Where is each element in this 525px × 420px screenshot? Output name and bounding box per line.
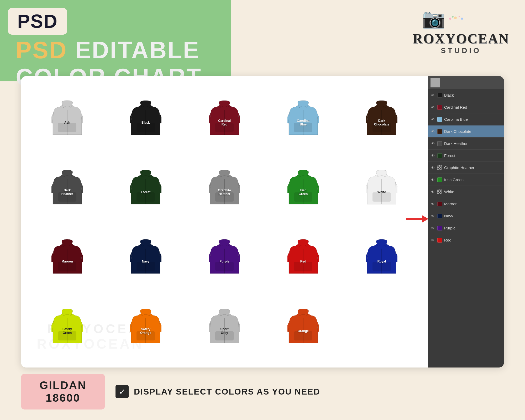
svg-text:Purple: Purple [219, 260, 229, 263]
svg-point-4 [461, 18, 463, 20]
svg-text:Forest: Forest [141, 190, 151, 194]
layers-list: 👁 Black 👁 Cardinal Red 👁 Carolina Blue 👁… [428, 89, 504, 246]
eye-icon[interactable]: 👁 [430, 154, 435, 158]
logo-studio-text: STUDIO [441, 46, 481, 55]
layer-name: Black [444, 93, 501, 97]
camera-icon: 📷 [422, 8, 445, 29]
layer-row[interactable]: 👁 Carolina Blue [428, 113, 504, 125]
logo-area: 📷 ROXYOCEAN STUDIO [413, 8, 509, 55]
eye-icon[interactable]: 👁 [430, 202, 435, 206]
arrow-line [406, 218, 422, 220]
eye-icon[interactable]: 👁 [430, 214, 435, 218]
svg-text:Maroon: Maroon [61, 260, 73, 263]
layer-row[interactable]: 👁 Maroon [428, 198, 504, 210]
layer-name: Red [444, 238, 501, 242]
main-card: ROXYOCEAN ROXYOCEANAshBlackCardinalRedCa… [21, 76, 504, 368]
layer-name: Forest [444, 153, 501, 158]
svg-text:GraphiteHeather: GraphiteHeather [218, 188, 231, 196]
layer-color-swatch [437, 165, 442, 170]
layer-row[interactable]: 👁 Cardinal Red [428, 101, 504, 113]
list-item: CardinalRed [186, 84, 263, 151]
flower-decoration [448, 15, 500, 23]
svg-text:SportGrey: SportGrey [220, 327, 228, 335]
layer-row[interactable]: 👁 Dark Chocolate [428, 125, 504, 138]
svg-text:White: White [377, 190, 386, 194]
svg-text:Orange: Orange [298, 329, 309, 333]
arrow-head [422, 215, 428, 223]
layer-color-swatch [437, 238, 442, 243]
layer-row[interactable]: 👁 Graphite Heather [428, 162, 504, 174]
arrow-container [406, 215, 428, 223]
svg-text:SafetyGreen: SafetyGreen [62, 327, 72, 335]
layer-row[interactable]: 👁 Forest [428, 150, 504, 162]
layer-name: Purple [444, 226, 501, 230]
list-item: CarolinaBlue [265, 84, 342, 151]
panel-top-checker [430, 78, 440, 87]
layer-color-swatch [437, 226, 442, 230]
eye-icon[interactable]: 👁 [430, 129, 435, 134]
layer-row[interactable]: 👁 Red [428, 234, 504, 246]
layer-name: Carolina Blue [444, 117, 501, 122]
psd-badge-text: PSD [17, 11, 58, 32]
layer-row[interactable]: 👁 Irish Green [428, 174, 504, 186]
psd-badge: PSD [8, 8, 67, 35]
list-item: Forest [108, 154, 184, 221]
svg-text:Navy: Navy [142, 260, 150, 263]
list-item: White [343, 154, 420, 221]
svg-text:Royal: Royal [377, 260, 386, 263]
layer-name: Cardinal Red [444, 105, 501, 109]
svg-text:Ash: Ash [64, 121, 70, 124]
svg-point-3 [459, 16, 460, 17]
list-item: DarkChocolate [343, 84, 420, 151]
svg-point-1 [452, 16, 454, 18]
layer-color-swatch [437, 129, 442, 134]
eye-icon[interactable]: 👁 [430, 178, 435, 182]
svg-text:SafetyOrange: SafetyOrange [140, 327, 151, 335]
layer-color-swatch [437, 190, 442, 194]
svg-text:Black: Black [141, 121, 150, 124]
layer-color-swatch [437, 93, 442, 98]
eye-icon[interactable]: 👁 [430, 226, 435, 230]
title-highlight: PSD [16, 37, 67, 63]
svg-text:IrishGreen: IrishGreen [298, 188, 308, 196]
eye-icon[interactable]: 👁 [430, 238, 435, 242]
layer-color-swatch [437, 177, 442, 182]
eye-icon[interactable]: 👁 [430, 105, 435, 109]
svg-point-2 [454, 17, 457, 19]
layer-row[interactable]: 👁 Navy [428, 210, 504, 222]
list-item: Royal [343, 223, 420, 290]
list-item: Navy [108, 223, 184, 290]
list-item: Red [265, 223, 342, 290]
layer-name: Dark Heather [444, 141, 501, 146]
cta-area: ✓ DISPLAY SELECT COLORS AS YOU NEED [116, 385, 504, 398]
bottom-bar: GILDAN 18600 ✓ DISPLAY SELECT COLORS AS … [21, 374, 504, 410]
layer-color-swatch [437, 105, 442, 110]
layer-name: Graphite Heather [444, 165, 501, 170]
layer-color-swatch [437, 117, 442, 122]
panel-header [428, 76, 504, 89]
eye-icon[interactable]: 👁 [430, 166, 435, 170]
layer-name: Maroon [444, 202, 501, 206]
list-item: SafetyOrange [108, 292, 184, 360]
eye-icon[interactable]: 👁 [430, 190, 435, 194]
eye-icon[interactable]: 👁 [430, 117, 435, 122]
list-item: SportGrey [186, 292, 263, 360]
layer-color-swatch [437, 141, 442, 146]
layer-row[interactable]: 👁 White [428, 186, 504, 198]
gildan-model: 18600 [37, 392, 89, 404]
svg-point-0 [449, 18, 451, 20]
title-line1: PSD EDITABLE [16, 37, 202, 64]
layer-name: Irish Green [444, 177, 501, 182]
eye-icon[interactable]: 👁 [430, 141, 435, 146]
layer-row[interactable]: 👁 Dark Heather [428, 138, 504, 150]
layer-row[interactable]: 👁 Purple [428, 222, 504, 234]
layer-row[interactable]: 👁 Black [428, 89, 504, 101]
eye-icon[interactable]: 👁 [430, 93, 435, 97]
layer-color-swatch [437, 214, 442, 218]
gildan-brand: GILDAN [37, 379, 89, 392]
list-item: Maroon [29, 223, 106, 290]
gildan-badge: GILDAN 18600 [21, 374, 105, 410]
layer-color-swatch [437, 202, 442, 206]
list-item: Black [108, 84, 184, 151]
list-item: Orange [265, 292, 342, 360]
